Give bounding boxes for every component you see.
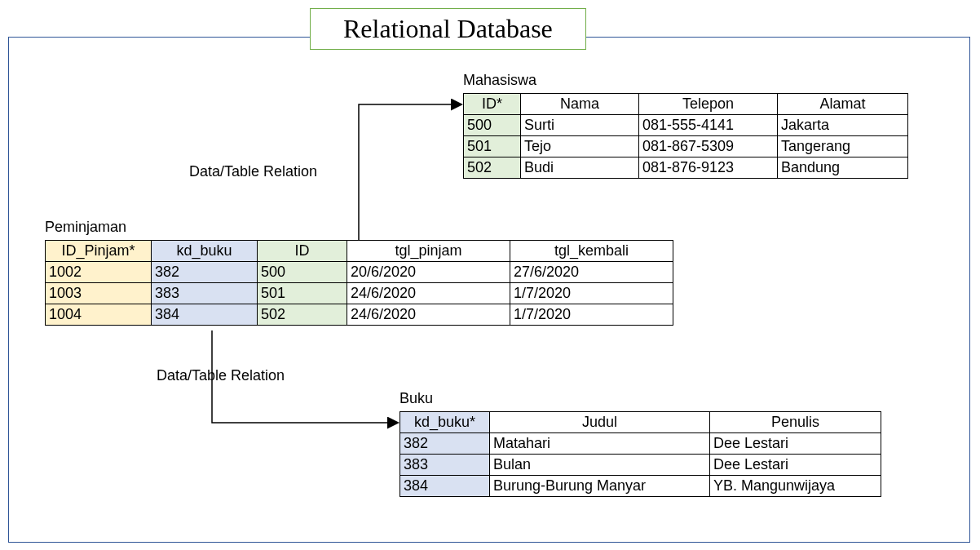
col-header: ID*	[464, 94, 521, 115]
cell: 1/7/2020	[510, 304, 673, 326]
cell: 1003	[46, 283, 152, 304]
cell: Jakarta	[778, 115, 908, 136]
cell: Burung-Burung Manyar	[490, 476, 710, 497]
cell: Dee Lestari	[710, 433, 881, 455]
cell: Surti	[521, 115, 639, 136]
cell: 383	[400, 455, 490, 476]
cell: 502	[258, 304, 347, 326]
col-header: Judul	[490, 412, 710, 433]
cell: 383	[152, 283, 258, 304]
cell: 500	[464, 115, 521, 136]
cell: 081-876-9123	[639, 157, 778, 179]
cell: 1002	[46, 262, 152, 283]
relation-label-2: Data/Table Relation	[157, 367, 285, 384]
mahasiswa-caption: Mahasiswa	[463, 72, 536, 89]
col-header: Nama	[521, 94, 639, 115]
mahasiswa-table: ID* Nama Telepon Alamat 500 Surti 081-55…	[463, 93, 908, 179]
col-header: kd_buku*	[400, 412, 490, 433]
table-row: 502 Budi 081-876-9123 Bandung	[464, 157, 908, 179]
col-header: tgl_kembali	[510, 241, 673, 262]
col-header: ID_Pinjam*	[46, 241, 152, 262]
col-header: Telepon	[639, 94, 778, 115]
relation-label-1: Data/Table Relation	[189, 163, 317, 180]
table-header-row: ID_Pinjam* kd_buku ID tgl_pinjam tgl_kem…	[46, 241, 673, 262]
table-header-row: ID* Nama Telepon Alamat	[464, 94, 908, 115]
cell: 24/6/2020	[347, 283, 510, 304]
table-row: 1004 384 502 24/6/2020 1/7/2020	[46, 304, 673, 326]
col-header: ID	[258, 241, 347, 262]
peminjaman-caption: Peminjaman	[45, 219, 126, 236]
cell: Bulan	[490, 455, 710, 476]
table-row: 500 Surti 081-555-4141 Jakarta	[464, 115, 908, 136]
table-row: 382 Matahari Dee Lestari	[400, 433, 881, 455]
cell: Tejo	[521, 136, 639, 157]
col-header: Alamat	[778, 94, 908, 115]
cell: Dee Lestari	[710, 455, 881, 476]
cell: 384	[400, 476, 490, 497]
table-row: 383 Bulan Dee Lestari	[400, 455, 881, 476]
cell: Budi	[521, 157, 639, 179]
diagram-title: Relational Database	[310, 8, 586, 50]
cell: 501	[258, 283, 347, 304]
buku-table: kd_buku* Judul Penulis 382 Matahari Dee …	[400, 411, 881, 497]
cell: 502	[464, 157, 521, 179]
cell: 384	[152, 304, 258, 326]
col-header: tgl_pinjam	[347, 241, 510, 262]
table-header-row: kd_buku* Judul Penulis	[400, 412, 881, 433]
buku-caption: Buku	[400, 390, 433, 407]
cell: Tangerang	[778, 136, 908, 157]
cell: 081-867-5309	[639, 136, 778, 157]
cell: 081-555-4141	[639, 115, 778, 136]
cell: 1/7/2020	[510, 283, 673, 304]
peminjaman-table: ID_Pinjam* kd_buku ID tgl_pinjam tgl_kem…	[45, 240, 673, 326]
cell: YB. Mangunwijaya	[710, 476, 881, 497]
cell: 382	[152, 262, 258, 283]
cell: 382	[400, 433, 490, 455]
cell: 24/6/2020	[347, 304, 510, 326]
table-row: 501 Tejo 081-867-5309 Tangerang	[464, 136, 908, 157]
cell: Bandung	[778, 157, 908, 179]
col-header: kd_buku	[152, 241, 258, 262]
col-header: Penulis	[710, 412, 881, 433]
cell: 500	[258, 262, 347, 283]
table-row: 384 Burung-Burung Manyar YB. Mangunwijay…	[400, 476, 881, 497]
cell: Matahari	[490, 433, 710, 455]
table-row: 1003 383 501 24/6/2020 1/7/2020	[46, 283, 673, 304]
cell: 501	[464, 136, 521, 157]
cell: 20/6/2020	[347, 262, 510, 283]
cell: 27/6/2020	[510, 262, 673, 283]
cell: 1004	[46, 304, 152, 326]
table-row: 1002 382 500 20/6/2020 27/6/2020	[46, 262, 673, 283]
